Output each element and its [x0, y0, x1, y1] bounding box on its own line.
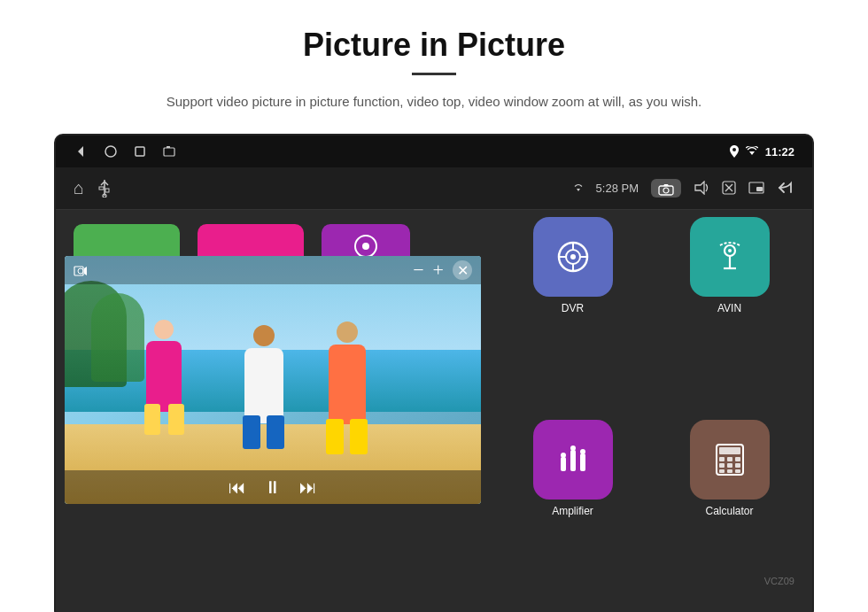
- svg-rect-53: [727, 469, 732, 473]
- title-divider: [412, 73, 456, 75]
- svg-point-1: [105, 146, 116, 157]
- nav-bar-left: ⌂: [74, 178, 111, 198]
- svg-rect-2: [136, 147, 144, 156]
- dvr-app[interactable]: DVR: [500, 217, 645, 407]
- location-icon: [730, 145, 739, 158]
- calculator-icon-box[interactable]: [690, 420, 770, 500]
- amplifier-icon-box[interactable]: [533, 420, 613, 500]
- home-circle-icon[interactable]: [104, 144, 118, 159]
- close-nav-icon[interactable]: [722, 181, 736, 195]
- back-nav-icon[interactable]: [777, 180, 794, 196]
- svg-rect-12: [105, 189, 109, 192]
- device-frame: 11:22 ⌂: [54, 134, 814, 612]
- prev-btn[interactable]: ⏮: [229, 477, 246, 498]
- dvr-icon-box[interactable]: [533, 217, 613, 297]
- svg-point-25: [78, 268, 83, 274]
- page-wrapper: Picture in Picture Support video picture…: [0, 0, 868, 612]
- svg-rect-46: [719, 457, 725, 461]
- svg-marker-0: [78, 146, 83, 157]
- svg-point-35: [728, 249, 732, 252]
- home-icon[interactable]: ⌂: [74, 178, 84, 198]
- svg-marker-26: [84, 267, 87, 275]
- svg-rect-21: [756, 187, 763, 191]
- main-content: − + ✕ ⏮ ⏸ ⏭ Netflix: [56, 210, 812, 612]
- back-icon[interactable]: [74, 144, 88, 159]
- next-btn[interactable]: ⏭: [299, 477, 317, 498]
- pip-area: − + ✕ ⏮ ⏸ ⏭ Netflix: [56, 210, 490, 612]
- play-btn[interactable]: ⏸: [264, 477, 282, 498]
- svg-point-5: [732, 148, 736, 151]
- avin-icon: [709, 236, 750, 277]
- pip-bottom-bar: ⏮ ⏸ ⏭: [65, 470, 481, 504]
- amplifier-label: Amplifier: [552, 505, 593, 517]
- svg-rect-24: [74, 267, 83, 275]
- svg-rect-52: [719, 469, 725, 473]
- svg-rect-11: [99, 187, 104, 190]
- pip-record-icon: [74, 262, 88, 278]
- avin-icon-box[interactable]: [690, 217, 770, 297]
- dvr-icon: [553, 236, 593, 277]
- svg-point-41: [561, 453, 566, 458]
- wifi-icon: [746, 146, 758, 157]
- camera-icon[interactable]: [658, 183, 674, 196]
- record-icon: [74, 264, 88, 278]
- status-time: 11:22: [765, 145, 794, 159]
- calculator-label: Calculator: [705, 505, 753, 517]
- svg-point-23: [362, 243, 369, 250]
- svg-point-15: [663, 188, 669, 193]
- svg-marker-13: [577, 189, 580, 191]
- right-apps-grid: DVR AVIN: [490, 210, 812, 612]
- svg-rect-48: [735, 457, 740, 461]
- wifi-nav-icon: [573, 183, 584, 192]
- avin-label: AVIN: [717, 302, 741, 314]
- status-bar: 11:22: [56, 136, 812, 167]
- status-bar-left: [74, 144, 176, 159]
- svg-point-33: [570, 254, 576, 260]
- svg-rect-45: [719, 447, 740, 454]
- camera-highlight: [651, 179, 681, 197]
- svg-marker-6: [749, 151, 755, 155]
- svg-point-43: [580, 449, 585, 454]
- volume-icon[interactable]: [694, 181, 709, 195]
- svg-rect-39: [570, 450, 576, 471]
- usb-icon: [98, 180, 111, 198]
- svg-rect-40: [580, 453, 585, 471]
- pip-plus-btn[interactable]: +: [433, 259, 444, 282]
- amplifier-app[interactable]: Amplifier: [500, 420, 645, 610]
- pip-close-btn[interactable]: ✕: [453, 260, 472, 280]
- pip-window[interactable]: − + ✕ ⏮ ⏸ ⏭: [65, 256, 481, 504]
- svg-rect-38: [561, 457, 566, 471]
- avin-app[interactable]: AVIN: [657, 217, 802, 407]
- nav-time: 5:28 PM: [596, 182, 639, 195]
- nav-bar: ⌂ 5:28 PM: [56, 167, 812, 210]
- nav-bar-right: 5:28 PM: [573, 179, 794, 197]
- svg-marker-16: [695, 182, 704, 194]
- status-bar-right: 11:22: [730, 145, 794, 159]
- svg-rect-4: [167, 146, 170, 148]
- page-title: Picture in Picture: [35, 27, 833, 64]
- recent-icon[interactable]: [134, 145, 146, 158]
- pip-top-bar: − + ✕: [65, 256, 481, 284]
- svg-rect-51: [735, 463, 740, 468]
- amplifier-icon: [553, 439, 593, 480]
- pip-controls: − + ✕: [413, 259, 472, 282]
- svg-rect-49: [719, 463, 725, 468]
- svg-rect-54: [735, 469, 740, 473]
- page-subtitle: Support video picture in picture functio…: [35, 91, 833, 112]
- watermark: VCZ09: [764, 576, 794, 586]
- dvr-label: DVR: [562, 302, 584, 314]
- pip-video-frame: [65, 256, 481, 504]
- calculator-icon: [709, 439, 750, 480]
- svg-rect-50: [727, 463, 732, 468]
- pip-icon[interactable]: [748, 182, 764, 194]
- svg-rect-3: [164, 148, 174, 156]
- svg-point-42: [570, 445, 576, 451]
- screenshot-icon[interactable]: [162, 144, 176, 159]
- pip-minus-btn[interactable]: −: [413, 259, 423, 282]
- svg-rect-47: [727, 457, 732, 461]
